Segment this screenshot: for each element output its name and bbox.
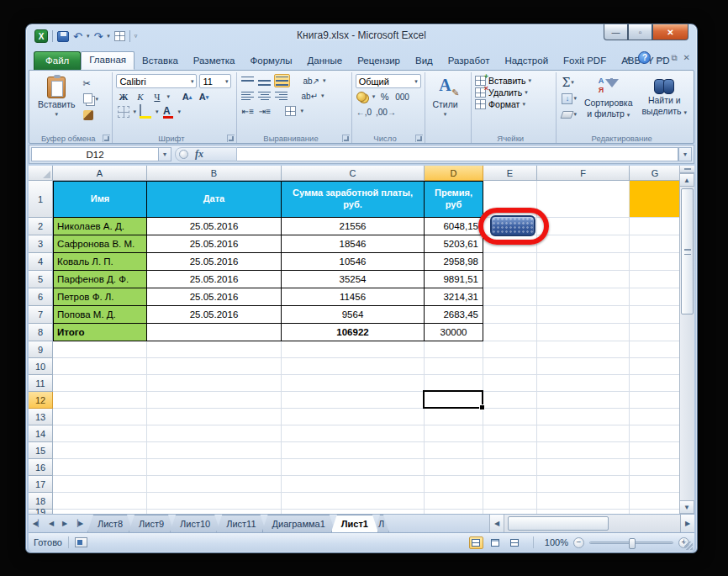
cell-E8[interactable] <box>483 324 537 341</box>
cell-C4[interactable]: 10546 <box>282 253 425 271</box>
select-all-corner[interactable] <box>29 166 53 181</box>
cell-C18[interactable] <box>282 493 425 510</box>
cell-F12[interactable] <box>537 392 630 409</box>
cell-D10[interactable] <box>425 358 483 375</box>
cell-F18[interactable] <box>537 493 630 510</box>
cell-E10[interactable] <box>483 358 537 375</box>
cell-G14[interactable] <box>630 425 681 442</box>
font-color-button[interactable]: А <box>161 105 175 119</box>
row-header-1[interactable]: 1 <box>29 181 53 218</box>
workbook-restore-icon[interactable]: ⧉ <box>671 53 677 63</box>
borders-button[interactable] <box>116 105 130 119</box>
zoom-out-button[interactable]: − <box>573 537 584 548</box>
row-header-11[interactable]: 11 <box>29 375 53 392</box>
cell-G4[interactable] <box>630 253 681 271</box>
ribbon-tab-Вид[interactable]: Вид <box>408 53 440 71</box>
cell-F5[interactable] <box>537 271 630 288</box>
print-preview-button[interactable] <box>114 31 125 41</box>
sheet-tab-Лист9[interactable]: Лист9 <box>129 515 174 532</box>
column-header-C[interactable]: C <box>282 166 425 181</box>
cell-C16[interactable] <box>282 459 425 476</box>
cell-C17[interactable] <box>282 476 425 493</box>
prev-sheet-icon[interactable]: ◀ <box>45 520 57 527</box>
ribbon-tab-Разработ[interactable]: Разработ <box>440 53 498 71</box>
underline-button[interactable]: Ч <box>150 90 164 103</box>
cell-D3[interactable]: 5203,61 <box>425 235 483 253</box>
cell-A17[interactable] <box>53 476 147 493</box>
cell-C2[interactable]: 21556 <box>282 218 425 235</box>
row-header-4[interactable]: 4 <box>29 253 53 271</box>
cell-G3[interactable] <box>630 235 681 253</box>
cell-F15[interactable] <box>537 442 630 459</box>
cell-C13[interactable] <box>282 409 425 425</box>
cell-B12[interactable] <box>147 392 282 409</box>
close-button[interactable]: ✕ <box>652 24 688 40</box>
cell-B14[interactable] <box>147 425 282 442</box>
alignment-dialog-launcher[interactable] <box>342 135 350 142</box>
ribbon-tab-Вставка[interactable]: Вставка <box>135 53 186 71</box>
cell-G8[interactable] <box>630 324 681 341</box>
cell-F13[interactable] <box>537 409 630 425</box>
cell-A10[interactable] <box>53 358 147 375</box>
spreadsheet-grid[interactable]: ABCDEFG1ИмяДатаСумма заработной платы, р… <box>29 166 681 514</box>
cell-C14[interactable] <box>282 425 425 442</box>
cell-A1[interactable]: Имя <box>53 181 147 218</box>
cell-D18[interactable] <box>425 493 483 510</box>
cell-B8[interactable] <box>147 324 282 341</box>
sheet-tab-Диаграмма1[interactable]: Диаграмма1 <box>262 515 335 532</box>
cell-A5[interactable]: Парфенов Д. Ф. <box>53 271 147 288</box>
first-sheet-icon[interactable]: ◀▏ <box>32 520 44 527</box>
column-header-E[interactable]: E <box>483 166 537 181</box>
cell-E7[interactable] <box>483 306 537 324</box>
cell-C6[interactable]: 11456 <box>282 288 425 306</box>
redo-dropdown[interactable]: ▾ <box>107 33 110 40</box>
cell-E6[interactable] <box>483 288 537 306</box>
zoom-level[interactable]: 100% <box>545 537 568 547</box>
sheet-tab-Лист11[interactable]: Лист11 <box>216 515 266 532</box>
percent-style-button[interactable]: % <box>377 90 392 103</box>
cell-F11[interactable] <box>537 375 630 392</box>
formula-bar-handle[interactable] <box>179 150 188 159</box>
row-header-10[interactable]: 10 <box>29 358 53 375</box>
cell-F1[interactable] <box>537 181 630 218</box>
align-middle-button[interactable] <box>257 74 272 87</box>
cell-B18[interactable] <box>147 493 282 510</box>
cell-F17[interactable] <box>537 476 630 493</box>
merge-center-button[interactable] <box>283 104 298 118</box>
cell-E5[interactable] <box>483 271 537 288</box>
row-header-15[interactable]: 15 <box>29 442 53 459</box>
cell-G9[interactable] <box>630 341 681 358</box>
align-left-button[interactable] <box>240 89 255 103</box>
cell-F4[interactable] <box>537 253 630 271</box>
align-right-button[interactable] <box>274 89 288 103</box>
cell-D5[interactable]: 9891,51 <box>425 271 483 288</box>
normal-view-button[interactable] <box>469 536 483 549</box>
cell-E4[interactable] <box>483 253 537 271</box>
zoom-slider-track[interactable] <box>589 542 673 544</box>
cell-G16[interactable] <box>630 459 681 476</box>
collapse-ribbon-icon[interactable]: ▲ <box>625 54 633 62</box>
cell-A4[interactable]: Коваль Л. П. <box>53 253 147 271</box>
comma-style-button[interactable]: 000 <box>394 90 410 103</box>
scroll-up-icon[interactable]: ▲ <box>680 173 694 187</box>
cell-C1[interactable]: Сумма заработной платы, руб. <box>282 181 425 218</box>
bold-button[interactable]: Ж <box>116 90 130 103</box>
cell-C11[interactable] <box>282 375 425 392</box>
cell-C9[interactable] <box>282 341 425 358</box>
cell-G2[interactable] <box>630 218 681 235</box>
resize-grip[interactable] <box>684 542 693 550</box>
cell-D1[interactable]: Премия, руб <box>425 181 483 218</box>
cell-E12[interactable] <box>483 392 537 409</box>
row-header-2[interactable]: 2 <box>29 218 53 235</box>
cell-C10[interactable] <box>282 358 425 375</box>
cell-C12[interactable] <box>282 392 425 409</box>
restore-button[interactable]: ▫ <box>628 24 652 40</box>
minimize-button[interactable]: — <box>604 24 628 40</box>
cell-B10[interactable] <box>147 358 282 375</box>
align-center-button[interactable] <box>257 89 272 103</box>
ribbon-tab-Foxit PDF[interactable]: Foxit PDF <box>556 53 614 71</box>
ribbon-tab-Формулы[interactable]: Формулы <box>243 53 300 71</box>
last-sheet-icon[interactable]: ▕▶ <box>72 520 84 527</box>
column-header-G[interactable]: G <box>630 166 681 181</box>
decrease-indent-button[interactable]: ⇤≡ <box>240 104 255 118</box>
